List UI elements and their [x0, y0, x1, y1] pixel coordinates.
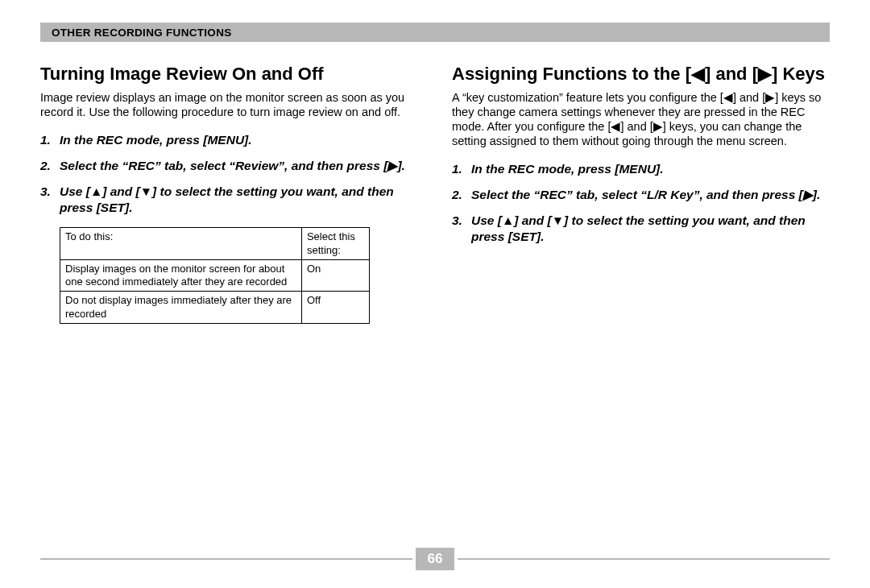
- table-cell-action: Do not display images immediately after …: [60, 292, 302, 324]
- table-cell-action: Display images on the monitor screen for…: [60, 259, 302, 292]
- table-header-setting: Select this setting:: [301, 228, 369, 260]
- page-root: Other Recording Functions Turning Image …: [0, 0, 870, 588]
- step-number: 3.: [40, 184, 60, 216]
- list-item: 1. In the REC mode, press [MENU].: [452, 161, 830, 177]
- page-number: 66: [416, 548, 454, 570]
- step-number: 2.: [452, 187, 471, 203]
- footer-rule-left: [40, 558, 412, 560]
- step-text: Select the “REC” tab, select “Review”, a…: [60, 158, 418, 174]
- list-item: 2. Select the “REC” tab, select “L/R Key…: [452, 187, 830, 203]
- section-header-bar: Other Recording Functions: [40, 23, 830, 42]
- left-steps: 1. In the REC mode, press [MENU]. 2. Sel…: [40, 132, 418, 217]
- left-title: Turning Image Review On and Off: [40, 63, 418, 85]
- table-cell-setting: On: [301, 259, 369, 292]
- table-cell-setting: Off: [301, 292, 369, 324]
- footer: 66: [40, 548, 830, 570]
- step-number: 1.: [40, 132, 60, 148]
- table-row: To do this: Select this setting:: [60, 228, 370, 260]
- table-row: Do not display images immediately after …: [60, 292, 370, 324]
- section-header-title: Other Recording Functions: [52, 27, 232, 39]
- list-item: 1. In the REC mode, press [MENU].: [40, 132, 418, 148]
- list-item: 2. Select the “REC” tab, select “Review”…: [40, 158, 418, 174]
- left-intro: Image review displays an image on the mo…: [40, 90, 418, 119]
- step-text: In the REC mode, press [MENU].: [60, 132, 418, 148]
- list-item: 3. Use [▲] and [▼] to select the setting…: [452, 213, 830, 245]
- left-column: Turning Image Review On and Off Image re…: [40, 53, 418, 324]
- table-header-action: To do this:: [60, 228, 302, 260]
- step-text: In the REC mode, press [MENU].: [471, 161, 830, 177]
- step-number: 3.: [452, 213, 471, 245]
- step-text: Use [▲] and [▼] to select the setting yo…: [471, 213, 830, 245]
- table-row: Display images on the monitor screen for…: [60, 259, 370, 292]
- right-intro: A “key customization” feature lets you c…: [452, 90, 830, 149]
- step-number: 1.: [452, 161, 471, 177]
- right-title: Assigning Functions to the [◀] and [▶] K…: [452, 63, 830, 85]
- footer-rule-right: [458, 558, 830, 560]
- step-text: Use [▲] and [▼] to select the setting yo…: [60, 184, 418, 216]
- settings-table: To do this: Select this setting: Display…: [60, 227, 370, 324]
- step-number: 2.: [40, 158, 60, 174]
- step-text: Select the “REC” tab, select “L/R Key”, …: [471, 187, 830, 203]
- content-columns: Turning Image Review On and Off Image re…: [40, 53, 830, 324]
- right-column: Assigning Functions to the [◀] and [▶] K…: [452, 53, 830, 324]
- list-item: 3. Use [▲] and [▼] to select the setting…: [40, 184, 418, 216]
- right-steps: 1. In the REC mode, press [MENU]. 2. Sel…: [452, 161, 830, 246]
